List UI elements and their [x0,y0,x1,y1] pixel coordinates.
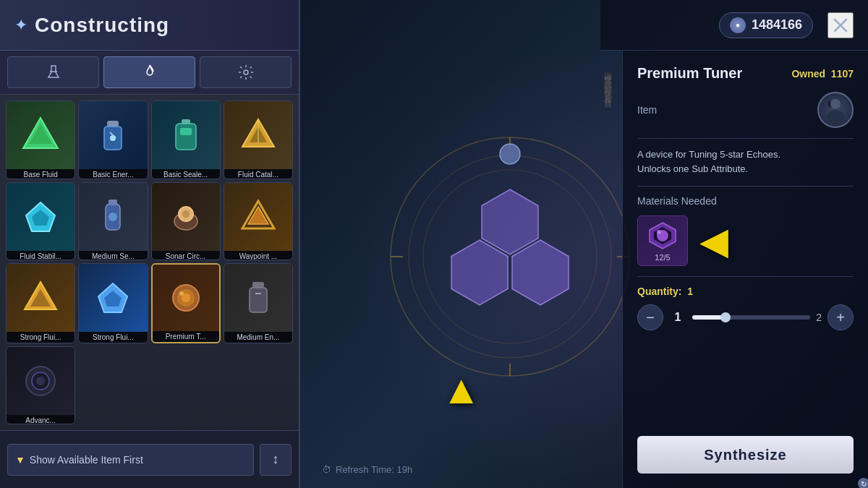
grid-item-label: Basic Ener... [79,169,147,179]
grid-item-base-fluid[interactable]: Base Fluid [6,100,75,179]
sort-label: Show Available Item First [30,454,143,466]
grid-item-advanced[interactable]: Advanc... [6,346,75,425]
grid-item-label: Sonar Circ... [152,251,220,260]
tab-bar [0,51,299,95]
circle-design [387,134,633,380]
sort-order-button[interactable]: ↕ [260,444,292,476]
qty-label-text: Quantity: [637,286,681,297]
sort-available-button[interactable]: ▼ Show Available Item First [7,444,254,476]
svg-point-32 [179,291,184,296]
refresh-icon: ⏱ [322,464,331,475]
grid-item-label: Basic Seale... [152,169,220,179]
svg-point-58 [657,230,661,234]
grid-item-waypoint[interactable]: Waypoint ... [224,182,293,261]
grid-item-basic-ener[interactable]: Basic Ener... [78,100,148,179]
svg-marker-47 [451,240,508,305]
grid-item-label: Advanc... [7,415,75,424]
currency-icon: ● [730,17,746,33]
grid-item-sonar-circ[interactable]: Sonar Circ... [151,182,221,261]
panel-title: Constructing [35,14,169,37]
detail-panel: Premium Tuner Owned 1107 Item [622,51,868,488]
sort-chevron-icon: ▼ [15,454,25,466]
svg-point-49 [500,144,520,164]
tab-alchemy[interactable] [7,56,99,88]
qty-increase-button[interactable]: + [827,304,854,330]
yellow-arrow-left-annotation: ◀ [699,222,728,260]
constructing-icon: ✦ [14,16,27,35]
grid-item-basic-seale[interactable]: Basic Seale... [151,100,221,179]
left-panel: ✦ Constructing Base Fluid Basic Ener... [0,0,300,488]
qty-slider[interactable] [692,315,810,320]
svg-point-38 [36,377,45,385]
owned-count: 1107 [831,68,854,80]
grid-item-label: Strong Flui... [79,332,147,343]
deco-text: 調律機器共鳴波動強化素材合成 [600,65,615,95]
quantity-section: Quantity: 1 − 1 2 + [637,276,854,330]
svg-rect-8 [182,119,190,124]
detail-item-row: Item ↻ [637,92,854,128]
currency-display: ● 1484166 [719,12,813,38]
refresh-info: ⏱ Refresh Time: 19h [322,464,412,475]
svg-point-53 [827,110,844,124]
right-panel: 調律機器共鳴波動強化素材合成 ● 1484166 ▲ Premium Tuner… [300,0,868,488]
grid-item-fluid-catal[interactable]: Fluid Catal... [224,100,293,179]
detail-description: A device for Tuning 5-star Echoes.Unlock… [637,138,854,176]
materials-title: Materials Needed [637,195,854,207]
yellow-arrow-up-annotation: ▲ [441,369,481,410]
detail-title: Premium Tuner [637,65,742,82]
synthesize-button[interactable]: Synthesize [637,436,854,474]
currency-amount: 1484166 [752,17,802,33]
grid-item-medium-en[interactable]: Medium En... [224,263,293,343]
panel-header: ✦ Constructing [0,0,299,51]
material-item: 12/5 [637,215,688,266]
sort-icon: ↕ [273,452,279,467]
svg-rect-33 [252,282,264,288]
top-header: ● 1484166 [600,0,868,51]
svg-point-18 [109,213,117,221]
grid-item-label: Medium En... [224,332,292,343]
grid-item-fluid-stabil[interactable]: Fluid Stabil... [6,182,75,261]
svg-point-40 [409,155,611,358]
material-count: 12/5 [655,253,670,262]
refresh-label: Refresh Time: 19h [336,464,412,475]
grid-item-label: Medium Se... [79,251,147,260]
svg-rect-4 [107,121,119,127]
detail-header: Premium Tuner Owned 1107 [637,65,854,82]
quantity-controls: − 1 2 + [637,304,854,330]
grid-item-label: Strong Flui... [7,332,75,343]
svg-rect-10 [180,128,192,135]
qty-slider-thumb [720,312,731,322]
grid-item-label: Fluid Catal... [224,169,292,179]
owned-label: Owned [791,68,825,80]
quantity-label: Quantity: 1 [637,286,854,297]
detail-item-label: Item [637,104,657,116]
grid-item-medium-se[interactable]: Medium Se... [78,182,148,261]
tab-gear[interactable] [200,56,292,88]
svg-marker-23 [248,207,268,224]
close-button[interactable] [827,12,854,38]
item-grid: Base Fluid Basic Ener... Basic Seale... … [0,95,299,430]
grid-item-strong-flui1[interactable]: Strong Flui... [6,263,75,343]
detail-avatar: ↻ [817,92,854,128]
svg-point-7 [110,135,116,141]
grid-item-label: Fluid Stabil... [7,251,75,260]
qty-decrease-button[interactable]: − [637,304,663,330]
description-text: A device for Tuning 5-star Echoes.Unlock… [637,149,780,174]
svg-rect-17 [109,200,117,205]
grid-item-label: Base Fluid [7,169,75,179]
svg-point-39 [391,137,629,376]
svg-point-54 [830,99,841,109]
svg-rect-9 [176,124,196,150]
svg-rect-34 [250,288,267,312]
qty-num: 1 [669,311,686,324]
materials-row: 12/5 ◀ [637,215,854,266]
grid-item-strong-flui2[interactable]: Strong Flui... [78,263,148,343]
grid-item-label: Premium T... [153,331,219,342]
qty-value-display: 1 [687,286,693,297]
materials-section: Materials Needed 12/5 ◀ [637,186,854,266]
qty-max: 2 [816,312,822,323]
grid-item-label: Waypoint ... [224,251,292,260]
svg-marker-48 [512,240,569,305]
grid-item-premium-t[interactable]: Premium T... [151,263,221,343]
tab-flame[interactable] [103,56,195,88]
